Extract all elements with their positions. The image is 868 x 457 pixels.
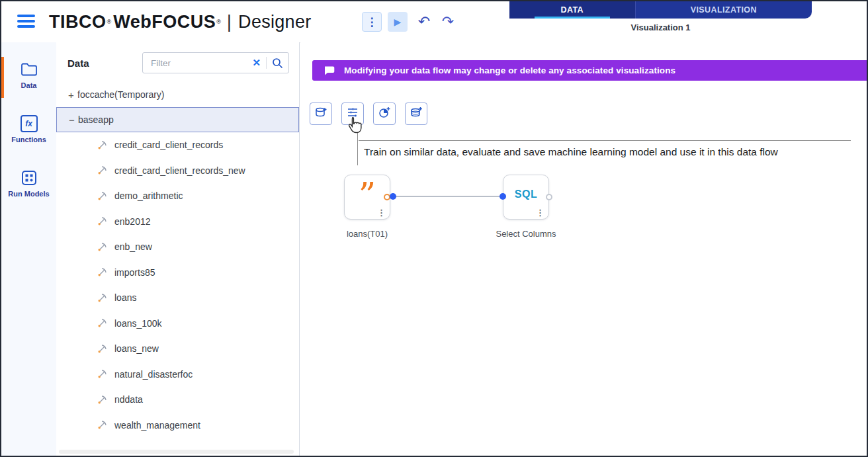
active-tab-indicator: [535, 17, 610, 19]
dataset-row[interactable]: imports85: [56, 260, 299, 286]
dataset-icon: [97, 395, 107, 405]
sidebar-item-data[interactable]: Data: [1, 61, 56, 95]
add-source-button[interactable]: [310, 103, 332, 125]
mode-tabbar: DATA VISUALIZATION: [509, 1, 812, 19]
dataset-row[interactable]: loans: [56, 285, 299, 311]
dataset-icon: [97, 369, 107, 379]
warning-banner-text: Modifying your data flow may change or d…: [344, 65, 675, 75]
app-window: TIBCO® WebFOCUS® | Designer ⋮ ▶ ↶ ↷ DATA…: [0, 0, 868, 457]
node-label: Select Columns: [476, 229, 576, 239]
flow-connector: [393, 196, 503, 197]
dataset-row[interactable]: enb2012: [56, 209, 299, 235]
dataset-row[interactable]: enb_new: [56, 234, 299, 260]
visualization-title: Visualization 1: [509, 22, 812, 32]
brand-tibco: TIBCO: [49, 12, 107, 32]
add-visualization-button[interactable]: [373, 103, 396, 125]
hamburger-menu-icon[interactable]: [17, 15, 35, 28]
dataset-row[interactable]: loans_new: [56, 336, 299, 362]
data-panel-title: Data: [67, 58, 89, 69]
tooltip-text: Train on similar data, evaluate and save…: [364, 146, 778, 158]
brand-webfocus: WebFOCUS: [113, 12, 216, 32]
node-label: loans(T01): [324, 229, 410, 239]
fx-icon: fx: [21, 115, 38, 132]
dataset-icon: [97, 216, 107, 226]
horizontal-scrollbar[interactable]: [59, 450, 294, 454]
brand-logo: TIBCO® WebFOCUS® | Designer: [49, 1, 312, 42]
connector-start-dot[interactable]: [390, 193, 396, 200]
add-target-icon: [410, 106, 423, 122]
tooltip-rule: [359, 140, 851, 141]
redo-button[interactable]: ↷: [438, 12, 458, 32]
run-models-icon: [21, 169, 37, 187]
expand-icon[interactable]: +: [68, 89, 77, 101]
filter-box: ✕: [142, 52, 289, 73]
folder-icon: [21, 61, 38, 78]
dataset-icon: [97, 420, 107, 430]
flow-node-select-columns[interactable]: SQL ⋮: [503, 175, 549, 220]
sql-output-port[interactable]: [546, 194, 552, 200]
dataset-icon: [97, 318, 107, 328]
dataset-row[interactable]: natural_disasterfoc: [56, 362, 299, 388]
node-menu-icon[interactable]: ⋮: [377, 208, 386, 218]
add-source-icon: [314, 106, 327, 122]
dataset-icon: [97, 191, 107, 201]
dataset-row[interactable]: wealth_management: [56, 413, 299, 438]
sidebar-item-run-models[interactable]: Run Models: [1, 169, 56, 204]
tree-node-baseapp[interactable]: − baseapp: [56, 107, 299, 132]
clear-filter-icon[interactable]: ✕: [247, 57, 266, 69]
dataset-row[interactable]: credit_card_client_records: [56, 132, 299, 158]
tab-data[interactable]: DATA: [509, 1, 635, 19]
dataset-row[interactable]: demo_arithmetic: [56, 183, 299, 209]
dataset-icon: [97, 293, 107, 303]
data-flow-canvas: Modifying your data flow may change or d…: [300, 42, 867, 456]
dataset-icon: [97, 242, 107, 252]
dataset-row[interactable]: nddata: [56, 387, 299, 413]
dataset-row[interactable]: loans_100k: [56, 311, 299, 337]
tree-node-foccache[interactable]: + foccache(Temporary): [56, 82, 299, 107]
run-button[interactable]: ▶: [388, 12, 408, 32]
search-icon[interactable]: [267, 58, 283, 69]
hand-cursor-icon: [347, 116, 362, 137]
message-icon: [324, 65, 335, 76]
undo-button[interactable]: ↶: [414, 12, 434, 32]
sidebar-item-functions[interactable]: fx Functions: [1, 115, 56, 149]
brand-divider: |: [227, 11, 232, 32]
connector-end-dot[interactable]: [499, 193, 506, 200]
brand-product: Designer: [238, 12, 311, 32]
dataset-icon: [97, 140, 107, 150]
dataset-icon: [97, 344, 107, 354]
dataset-icon: [97, 165, 107, 175]
add-visualization-icon: [378, 106, 391, 122]
tab-visualization[interactable]: VISUALIZATION: [636, 1, 812, 19]
flow-toolbar: [310, 103, 427, 125]
collapse-icon[interactable]: −: [69, 114, 78, 126]
warning-banner: Modifying your data flow may change or d…: [312, 60, 867, 81]
data-panel: Data ✕ + foccache(Temporary) − baseapp c…: [56, 42, 300, 456]
add-target-button[interactable]: [405, 103, 427, 125]
filter-input[interactable]: [150, 58, 247, 69]
dataset-row[interactable]: credit_card_client_records_new: [56, 158, 299, 184]
dataset-icon: [97, 267, 107, 277]
data-panel-header: Data ✕: [56, 42, 299, 82]
left-rail: Data fx Functions Run Models: [1, 42, 56, 456]
node-menu-icon[interactable]: ⋮: [536, 208, 544, 218]
more-options-button[interactable]: ⋮: [362, 12, 382, 32]
